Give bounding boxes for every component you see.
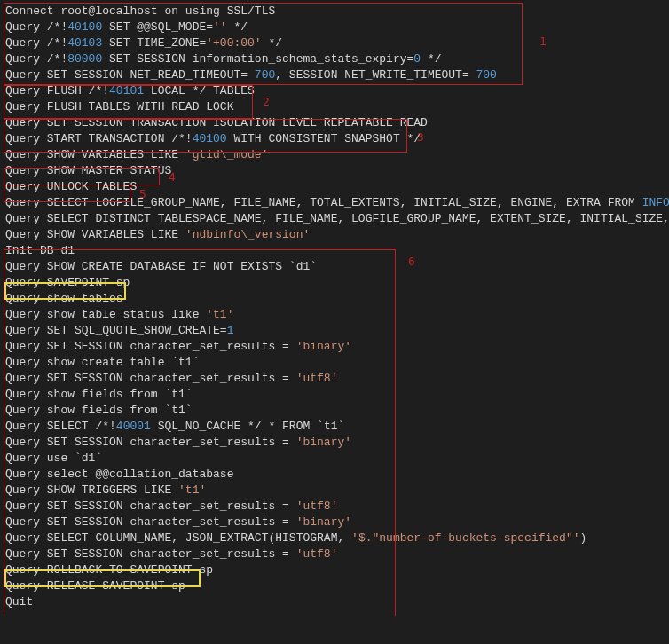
log-line: Query show create table `t1`: [5, 355, 664, 371]
log-line: Query SELECT /*!40001 SQL_NO_CACHE */ * …: [5, 419, 664, 435]
terminal-output: Connect root@localhost on using SSL/TLS …: [0, 0, 669, 616]
log-line: Query UNLOCK TABLES: [5, 179, 664, 195]
log-line: Query use `d1`: [5, 451, 664, 467]
log-line: Init DB d1: [5, 243, 664, 259]
terminal-wrap: 1 2 3 4 5 6 Connect root@localhost on us…: [0, 0, 669, 616]
log-line: Query /*!40100 SET @@SQL_MODE='' */: [5, 20, 664, 35]
log-line: Query SHOW VARIABLES LIKE 'gtid\_mode': [5, 147, 664, 163]
log-line: Query FLUSH TABLES WITH READ LOCK: [5, 99, 664, 115]
log-line: Query SET SESSION character_set_results …: [5, 546, 664, 562]
log-line: Quit: [5, 594, 664, 610]
log-line: Query SELECT LOGFILE_GROUP_NAME, FILE_NA…: [5, 195, 664, 211]
log-line: Query SELECT DISTINCT TABLESPACE_NAME, F…: [5, 211, 664, 227]
log-line: Query show table status like 't1': [5, 307, 664, 323]
log-line: Query SET SESSION character_set_results …: [5, 435, 664, 451]
log-line: Query SET SESSION character_set_results …: [5, 371, 664, 387]
log-line: Query SET SESSION TRANSACTION ISOLATION …: [5, 115, 664, 131]
log-line: Query show fields from `t1`: [5, 403, 664, 419]
log-line: Connect root@localhost on using SSL/TLS: [5, 4, 664, 20]
log-line: Query SHOW MASTER STATUS: [5, 163, 664, 179]
log-line: Query SELECT COLUMN_NAME, JSON_EXTRACT(H…: [5, 530, 664, 546]
log-line: Query /*!40103 SET TIME_ZONE='+00:00' */: [5, 35, 664, 51]
log-line: Query show tables: [5, 291, 664, 307]
log-line: Query START TRANSACTION /*!40100 WITH CO…: [5, 131, 664, 147]
log-line: Query SET SQL_QUOTE_SHOW_CREATE=1: [5, 323, 664, 339]
log-line: Query SHOW CREATE DATABASE IF NOT EXISTS…: [5, 259, 664, 275]
log-line: Query ROLLBACK TO SAVEPOINT sp: [5, 562, 664, 578]
log-line: Query RELEASE SAVEPOINT sp: [5, 578, 664, 594]
log-line: Query SHOW VARIABLES LIKE 'ndbinfo\_vers…: [5, 227, 664, 243]
log-line: Query select @@collation_database: [5, 467, 664, 483]
log-line: Query SET SESSION character_set_results …: [5, 499, 664, 514]
log-line: Query SET SESSION character_set_results …: [5, 339, 664, 355]
log-line: Query SHOW TRIGGERS LIKE 't1': [5, 483, 664, 499]
log-line: Query SET SESSION character_set_results …: [5, 514, 664, 530]
log-line: Query SAVEPOINT sp: [5, 275, 664, 291]
log-line: Query SET SESSION NET_READ_TIMEOUT= 700,…: [5, 67, 664, 83]
log-line: Query FLUSH /*!40101 LOCAL */ TABLES: [5, 83, 664, 99]
log-line: Query /*!80000 SET SESSION information_s…: [5, 51, 664, 67]
log-line: Query show fields from `t1`: [5, 387, 664, 403]
